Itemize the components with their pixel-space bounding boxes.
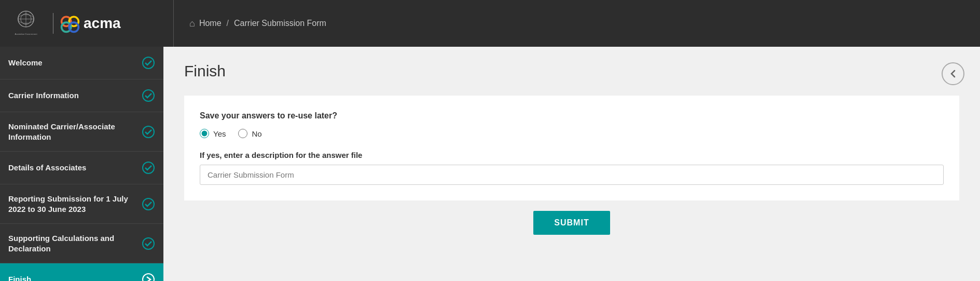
save-question-label: Save your answers to re-use later? [200, 111, 944, 121]
page-title: Finish [184, 62, 959, 80]
acma-logo: acma [60, 13, 121, 34]
sidebar-item-nominated-label: Nominated Carrier/Associate Information [8, 122, 142, 142]
check-circle-icon [142, 56, 155, 70]
logo-divider [53, 13, 53, 34]
acma-text: acma [84, 15, 121, 32]
sidebar-item-carrier-label: Carrier Information [8, 90, 142, 101]
body-layout: Welcome Carrier Information Nominated Ca… [0, 47, 980, 281]
sidebar-item-welcome[interactable]: Welcome [0, 47, 163, 79]
form-section: Save your answers to re-use later? Yes N… [184, 96, 959, 200]
save-radio-group: Yes No [200, 129, 944, 138]
back-button[interactable] [942, 62, 964, 85]
check-circle-icon [142, 89, 155, 102]
no-label: No [252, 129, 261, 138]
yes-radio-option[interactable]: Yes [200, 129, 226, 138]
home-link[interactable]: Home [199, 19, 222, 28]
arrow-circle-icon [142, 273, 155, 281]
no-radio-option[interactable]: No [238, 129, 261, 138]
sidebar-item-details-associates[interactable]: Details of Associates [0, 152, 163, 184]
gov-crest-icon: Australian Government [10, 9, 42, 38]
check-circle-icon [142, 237, 155, 250]
breadcrumb: ⌂ Home / Carrier Submission Form [174, 18, 326, 29]
back-arrow-icon [948, 69, 958, 79]
acma-rings-icon [60, 13, 80, 34]
sidebar-item-welcome-label: Welcome [8, 58, 142, 68]
check-circle-icon [142, 125, 155, 139]
sidebar-item-nominated-carrier[interactable]: Nominated Carrier/Associate Information [0, 112, 163, 152]
check-circle-icon [142, 197, 155, 211]
sidebar-item-reporting-label: Reporting Submission for 1 July 2022 to … [8, 194, 142, 214]
sidebar: Welcome Carrier Information Nominated Ca… [0, 47, 163, 281]
svg-point-12 [143, 126, 154, 138]
sidebar-item-supporting-label: Supporting Calculations and Declaration [8, 233, 142, 253]
breadcrumb-separator: / [227, 19, 229, 28]
sidebar-item-supporting-calculations[interactable]: Supporting Calculations and Declaration [0, 224, 163, 263]
sidebar-item-reporting-submission[interactable]: Reporting Submission for 1 July 2022 to … [0, 184, 163, 224]
no-radio[interactable] [238, 129, 247, 138]
description-input[interactable] [200, 165, 944, 185]
home-icon: ⌂ [189, 18, 195, 29]
sidebar-item-finish-label: Finish [8, 274, 142, 281]
svg-point-11 [143, 90, 154, 101]
yes-radio[interactable] [200, 129, 209, 138]
svg-point-15 [143, 238, 154, 249]
app-header: Australian Government acma ⌂ Home / Carr… [0, 0, 980, 47]
sidebar-item-finish[interactable]: Finish [0, 263, 163, 281]
svg-point-10 [143, 57, 154, 69]
check-circle-icon [142, 161, 155, 175]
submit-area: SUBMIT [184, 211, 959, 235]
svg-point-14 [143, 198, 154, 210]
svg-text:Australian Government: Australian Government [15, 33, 37, 35]
breadcrumb-current: Carrier Submission Form [234, 19, 326, 28]
sidebar-item-carrier-information[interactable]: Carrier Information [0, 79, 163, 112]
yes-label: Yes [213, 129, 226, 138]
sidebar-item-associates-label: Details of Associates [8, 163, 142, 173]
description-question-label: If yes, enter a description for the answ… [200, 151, 944, 159]
main-content: Finish Save your answers to re-use later… [163, 47, 980, 281]
submit-button[interactable]: SUBMIT [533, 211, 610, 235]
svg-point-13 [143, 162, 154, 173]
logo-area: Australian Government acma [10, 0, 174, 47]
